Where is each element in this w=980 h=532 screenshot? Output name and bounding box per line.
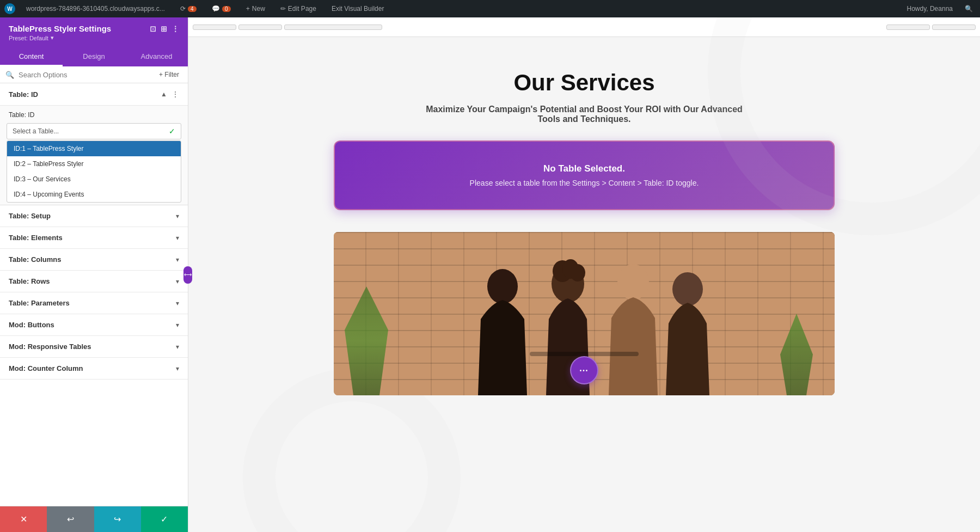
section-table-parameters: Table: Parameters ▾ bbox=[0, 292, 188, 314]
section-table-columns-header[interactable]: Table: Columns ▾ bbox=[0, 249, 188, 270]
admin-bar-site-link[interactable]: wordpress-784896-3610405.cloudwaysapps.c… bbox=[22, 5, 169, 13]
svg-rect-7 bbox=[530, 352, 639, 356]
panel-split-icon[interactable]: ⊞ bbox=[161, 25, 167, 33]
tab-content[interactable]: Content bbox=[0, 48, 63, 66]
section-mod-buttons-header[interactable]: Mod: Buttons ▾ bbox=[0, 314, 188, 335]
updates-icon: ⟳ bbox=[180, 5, 186, 13]
section-mod-responsive-header[interactable]: Mod: Responsive Tables ▾ bbox=[0, 336, 188, 357]
exit-builder-label: Exit Visual Builder bbox=[332, 5, 384, 13]
mod-counter-chevron-icon: ▾ bbox=[176, 365, 179, 372]
filter-button[interactable]: + Filter bbox=[156, 70, 182, 80]
svg-point-6 bbox=[672, 272, 703, 306]
section-table-elements-title: Table: Elements bbox=[9, 234, 63, 242]
panel-title-row: TablePress Styler Settings ⊡ ⊞ ⋮ bbox=[9, 24, 179, 33]
section-table-id-title: Table: ID bbox=[9, 90, 38, 99]
table-select-trigger[interactable]: Select a Table... ✓ bbox=[7, 123, 181, 139]
redo-button[interactable]: ↪ bbox=[94, 506, 141, 532]
filter-label: + Filter bbox=[159, 71, 179, 78]
dropdown-option-1[interactable]: ID:1 – TablePress Styler bbox=[7, 141, 181, 156]
section-table-elements-header[interactable]: Table: Elements ▾ bbox=[0, 227, 188, 248]
admin-bar: W wordpress-784896-3610405.cloudwaysapps… bbox=[0, 0, 980, 17]
save-button[interactable]: ✓ bbox=[141, 506, 188, 532]
left-panel: TablePress Styler Settings ⊡ ⊞ ⋮ Preset:… bbox=[0, 17, 188, 532]
mod-responsive-chevron-icon: ▾ bbox=[176, 343, 179, 351]
section-mod-responsive-title: Mod: Responsive Tables bbox=[9, 343, 91, 351]
updates-badge: 4 bbox=[188, 6, 197, 12]
section-table-setup: Table: Setup ▾ bbox=[0, 205, 188, 227]
panel-header: TablePress Styler Settings ⊡ ⊞ ⋮ Preset:… bbox=[0, 17, 188, 48]
panel-title-icons: ⊡ ⊞ ⋮ bbox=[150, 25, 179, 33]
mod-buttons-chevron-icon: ▾ bbox=[176, 321, 179, 329]
page-topbar bbox=[188, 17, 980, 37]
section-table-rows: Table: Rows ▾ bbox=[0, 271, 188, 292]
panel-preset[interactable]: Preset: Default ▾ bbox=[9, 34, 179, 41]
table-select-placeholder: Select a Table... bbox=[13, 127, 59, 135]
table-id-field-label: Table: ID bbox=[0, 106, 188, 121]
panel-title-text: TablePress Styler Settings bbox=[9, 24, 111, 33]
table-rows-chevron-icon: ▾ bbox=[176, 278, 179, 285]
howdy-user[interactable]: Howdy, Deanna bbox=[903, 5, 958, 13]
undo-button[interactable]: ↩ bbox=[47, 506, 94, 532]
table-setup-chevron-icon: ▾ bbox=[176, 212, 179, 220]
section-table-setup-header[interactable]: Table: Setup ▾ bbox=[0, 205, 188, 227]
no-table-desc: Please select a table from the Settings … bbox=[346, 179, 823, 187]
table-id-dropdown-container: Select a Table... ✓ ID:1 – TablePress St… bbox=[0, 121, 188, 205]
dropdown-option-3[interactable]: ID:3 – Our Services bbox=[7, 172, 181, 187]
admin-bar-new[interactable]: + New bbox=[242, 5, 270, 13]
panel-fullscreen-icon[interactable]: ⊡ bbox=[150, 25, 156, 33]
panel-tabs: Content Design Advanced bbox=[0, 48, 188, 66]
topbar-btn-5[interactable] bbox=[932, 25, 976, 30]
section-table-parameters-title: Table: Parameters bbox=[9, 299, 70, 307]
panel-more-icon[interactable]: ⋮ bbox=[171, 25, 179, 33]
dropdown-option-4[interactable]: ID:4 – Upcoming Events bbox=[7, 187, 181, 202]
table-parameters-chevron-icon: ▾ bbox=[176, 299, 179, 307]
save-icon: ✓ bbox=[161, 514, 168, 524]
fab-dots-icon: ••• bbox=[580, 368, 589, 374]
table-id-chevron-up-icon: ▲ bbox=[161, 90, 167, 98]
tab-advanced[interactable]: Advanced bbox=[125, 48, 188, 66]
section-table-setup-title: Table: Setup bbox=[9, 212, 51, 220]
topbar-btn-2[interactable] bbox=[238, 25, 282, 30]
fab-action-button[interactable]: ••• bbox=[570, 356, 598, 384]
wp-logo[interactable]: W bbox=[4, 3, 15, 14]
section-mod-buttons-title: Mod: Buttons bbox=[9, 321, 54, 329]
section-table-id-header[interactable]: Table: ID ▲ ⋮ bbox=[0, 83, 188, 106]
right-content: Our Services Maximize Your Campaign's Po… bbox=[188, 17, 980, 532]
panel-resize-handle[interactable]: ⟷ bbox=[183, 266, 192, 284]
services-subtitle: Maximize Your Campaign's Potential and B… bbox=[421, 105, 748, 124]
services-title: Our Services bbox=[210, 70, 958, 96]
table-elements-chevron-icon: ▾ bbox=[176, 234, 179, 242]
section-table-id: Table: ID ▲ ⋮ Table: ID Select a Table..… bbox=[0, 83, 188, 205]
no-table-selected-box: No Table Selected. Please select a table… bbox=[334, 140, 835, 210]
section-mod-counter: Mod: Counter Column ▾ bbox=[0, 358, 188, 380]
section-mod-counter-title: Mod: Counter Column bbox=[9, 364, 83, 372]
section-mod-counter-header[interactable]: Mod: Counter Column ▾ bbox=[0, 358, 188, 379]
panel-search-bar: 🔍 + Filter bbox=[0, 66, 188, 83]
admin-bar-comments[interactable]: 💬 0 bbox=[207, 5, 235, 13]
section-table-columns: Table: Columns ▾ bbox=[0, 249, 188, 271]
topbar-btn-4[interactable] bbox=[886, 25, 930, 30]
comments-badge: 0 bbox=[222, 6, 231, 12]
svg-point-4 bbox=[570, 264, 585, 282]
admin-search-button[interactable]: 🔍 bbox=[961, 2, 976, 16]
table-id-dots-icon[interactable]: ⋮ bbox=[171, 90, 179, 99]
admin-bar-exit-builder[interactable]: Exit Visual Builder bbox=[327, 5, 389, 13]
search-options-input[interactable] bbox=[19, 71, 151, 79]
cancel-button[interactable]: ✕ bbox=[0, 506, 47, 532]
section-table-parameters-header[interactable]: Table: Parameters ▾ bbox=[0, 292, 188, 314]
bottom-toolbar: ✕ ↩ ↪ ✓ bbox=[0, 506, 188, 532]
services-image-section: ••• bbox=[334, 232, 835, 395]
admin-bar-updates[interactable]: ⟳ 4 bbox=[176, 5, 201, 13]
comments-icon: 💬 bbox=[212, 5, 220, 13]
panel-preset-text: Preset: Default bbox=[9, 35, 48, 41]
section-table-elements: Table: Elements ▾ bbox=[0, 227, 188, 249]
topbar-btn-3[interactable] bbox=[284, 25, 382, 30]
dropdown-option-2[interactable]: ID:2 – TablePress Styler bbox=[7, 156, 181, 172]
no-table-title: No Table Selected. bbox=[346, 163, 823, 174]
section-table-rows-header[interactable]: Table: Rows ▾ bbox=[0, 271, 188, 292]
tab-design[interactable]: Design bbox=[63, 48, 125, 66]
dropdown-check-icon: ✓ bbox=[169, 127, 175, 136]
admin-bar-edit-page[interactable]: ✏ Edit Page bbox=[276, 5, 321, 13]
svg-point-5 bbox=[617, 264, 649, 300]
topbar-btn-1[interactable] bbox=[193, 25, 236, 30]
